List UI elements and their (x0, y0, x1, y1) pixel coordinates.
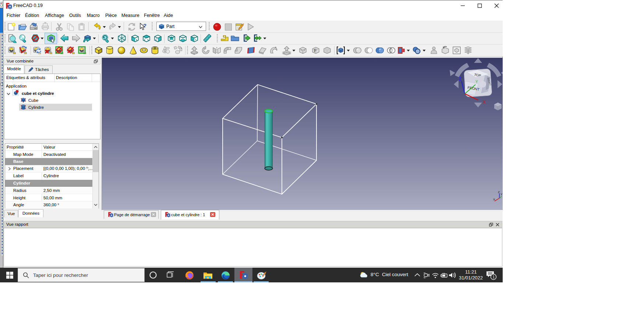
svg-text:Y: Y (500, 193, 503, 196)
svg-text:X: X (493, 198, 495, 201)
svg-text:Z: Z (459, 76, 461, 82)
svg-text:Z: Z (498, 190, 500, 194)
svg-text:?: ? (143, 22, 146, 29)
svg-text:F: F (314, 48, 316, 53)
svg-text:X: X (483, 100, 486, 105)
svg-text:Y: Y (475, 80, 478, 84)
svg-text:1: 1 (493, 275, 495, 279)
